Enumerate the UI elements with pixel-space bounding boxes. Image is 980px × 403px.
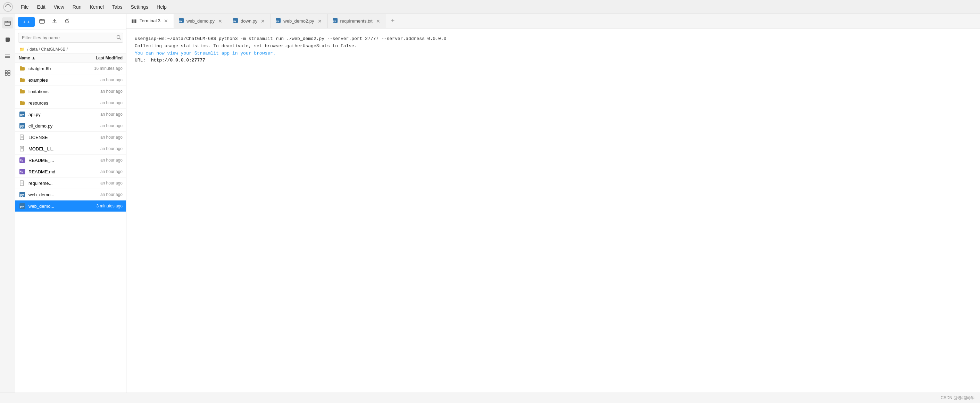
tab-close-btn[interactable]: ✕ — [260, 18, 266, 24]
tab-label: Terminal 3 — [140, 18, 161, 23]
menu-file[interactable]: File — [18, 3, 32, 11]
file-row[interactable]: chatglm-6b 16 minutes ago — [15, 63, 126, 74]
file-row[interactable]: requireme... an hour ago — [15, 178, 126, 189]
new-button-label: + — [27, 19, 30, 25]
tab-label: requirements.txt — [340, 18, 372, 24]
svg-rect-7 — [5, 70, 7, 73]
svg-text:py: py — [179, 20, 182, 22]
search-button[interactable] — [116, 35, 121, 41]
file-name: resources — [29, 100, 78, 106]
file-modified: an hour ago — [78, 158, 123, 162]
tab-icon: ▮▮ — [131, 18, 137, 24]
breadcrumb: 📁 / data / ChatGLM-6B / — [15, 46, 126, 54]
file-modified: an hour ago — [78, 100, 123, 105]
tab-close-btn[interactable]: ✕ — [375, 18, 381, 24]
file-icon: M↓ — [19, 168, 26, 175]
file-list: chatglm-6b 16 minutes ago examples an ho… — [15, 63, 126, 393]
file-modified: 3 minutes ago — [78, 204, 123, 209]
file-row[interactable]: py web_demo... an hour ago — [15, 189, 126, 201]
sidebar-stop-btn[interactable] — [2, 34, 13, 45]
menu-run[interactable]: Run — [69, 3, 85, 11]
file-row[interactable]: M↓ README.md an hour ago — [15, 166, 126, 178]
file-toolbar: + + — [15, 14, 126, 30]
new-folder-button[interactable] — [37, 17, 47, 27]
menu-view[interactable]: View — [50, 3, 68, 11]
svg-text:py: py — [20, 193, 24, 197]
sidebar-folder-btn[interactable] — [2, 18, 13, 29]
file-icon: M↓ — [19, 157, 26, 164]
file-modified: 16 minutes ago — [78, 66, 123, 71]
file-row[interactable]: py cli_demo.py an hour ago — [15, 120, 126, 132]
file-name: LICENSE — [29, 135, 78, 140]
tab-icon: py — [332, 18, 337, 24]
menu-kernel[interactable]: Kernel — [86, 3, 107, 11]
file-row[interactable]: MODEL_LI... an hour ago — [15, 143, 126, 155]
file-name: cli_demo.py — [29, 123, 78, 129]
plus-icon: + — [23, 19, 26, 25]
credit-text: CSDN @卷福同学 — [940, 395, 974, 401]
svg-rect-10 — [8, 73, 10, 75]
tab-down_py[interactable]: py down.py ✕ — [228, 14, 271, 28]
refresh-button[interactable] — [62, 17, 72, 27]
sidebar-list-btn[interactable] — [2, 51, 13, 62]
file-modified: an hour ago — [78, 135, 123, 140]
bottom-bar: CSDN @卷福同学 — [0, 393, 980, 403]
breadcrumb-text: / data / ChatGLM-6B / — [27, 47, 68, 52]
file-row[interactable]: LICENSE an hour ago — [15, 132, 126, 143]
tab-close-btn[interactable]: ✕ — [163, 18, 169, 24]
file-row[interactable]: examples an hour ago — [15, 74, 126, 86]
file-icon — [19, 145, 26, 152]
col-name-header[interactable]: Name ▲ — [19, 56, 78, 61]
app-logo — [3, 2, 13, 12]
file-name: requireme... — [29, 181, 78, 186]
terminal-line: You can now view your Streamlit app in y… — [135, 50, 972, 57]
file-row[interactable]: limitations an hour ago — [15, 86, 126, 97]
file-icon — [19, 180, 26, 186]
svg-text:py: py — [333, 20, 336, 22]
file-modified: an hour ago — [78, 89, 123, 94]
terminal-line: URL: http://0.0.0.0:27777 — [135, 57, 972, 64]
sort-asc-icon: ▲ — [32, 56, 36, 61]
col-modified-header: Last Modified — [78, 56, 123, 61]
menu-tabs[interactable]: Tabs — [109, 3, 126, 11]
file-icon: py — [19, 191, 26, 198]
file-modified: an hour ago — [78, 78, 123, 82]
file-row[interactable]: py api.py an hour ago — [15, 109, 126, 120]
tab-web_demo_py[interactable]: py web_demo.py ✕ — [174, 14, 228, 28]
tab-requirements_txt[interactable]: py requirements.txt ✕ — [328, 14, 386, 28]
menu-edit[interactable]: Edit — [34, 3, 49, 11]
file-row[interactable]: py web_demo... 3 minutes ago — [15, 201, 126, 212]
file-row[interactable]: resources an hour ago — [15, 97, 126, 109]
file-name: api.py — [29, 112, 78, 117]
terminal-icon: ▮▮ — [131, 18, 137, 24]
add-tab-button[interactable]: + — [386, 14, 400, 28]
menu-help[interactable]: Help — [153, 3, 170, 11]
file-name: web_demo... — [29, 204, 78, 209]
tab-bar: ▮▮ Terminal 3 ✕ py web_demo.py ✕ py down… — [126, 14, 980, 29]
tab-label: down.py — [241, 18, 257, 24]
svg-rect-9 — [5, 73, 7, 75]
upload-button[interactable] — [49, 17, 60, 27]
menu-settings[interactable]: Settings — [127, 3, 152, 11]
search-input[interactable] — [18, 33, 123, 43]
file-modified: an hour ago — [78, 169, 123, 174]
tab-web_demo2_py[interactable]: py web_demo2.py ✕ — [271, 14, 328, 28]
file-icon — [19, 134, 26, 141]
file-name: chatglm-6b — [29, 66, 78, 71]
terminal-line: user@lsp-ws:~/data/ChatGLM-6B$ python3 -… — [135, 35, 972, 43]
file-icon: py — [19, 111, 26, 118]
file-list-header: Name ▲ Last Modified — [15, 54, 126, 63]
file-row[interactable]: M↓ README_... an hour ago — [15, 155, 126, 166]
tab-terminal3[interactable]: ▮▮ Terminal 3 ✕ — [126, 14, 174, 28]
tab-label: web_demo2.py — [283, 18, 314, 24]
sidebar-puzzle-btn[interactable] — [2, 67, 13, 78]
new-button[interactable]: + + — [18, 17, 35, 27]
file-modified: an hour ago — [78, 181, 123, 186]
content-area: ▮▮ Terminal 3 ✕ py web_demo.py ✕ py down… — [126, 14, 980, 393]
file-icon — [19, 76, 26, 83]
tab-close-btn[interactable]: ✕ — [217, 18, 223, 24]
tab-icon: py — [179, 18, 184, 24]
terminal-text: URL: http://0.0.0.0:27777 — [135, 58, 205, 63]
file-modified: an hour ago — [78, 123, 123, 128]
tab-close-btn[interactable]: ✕ — [317, 18, 323, 24]
